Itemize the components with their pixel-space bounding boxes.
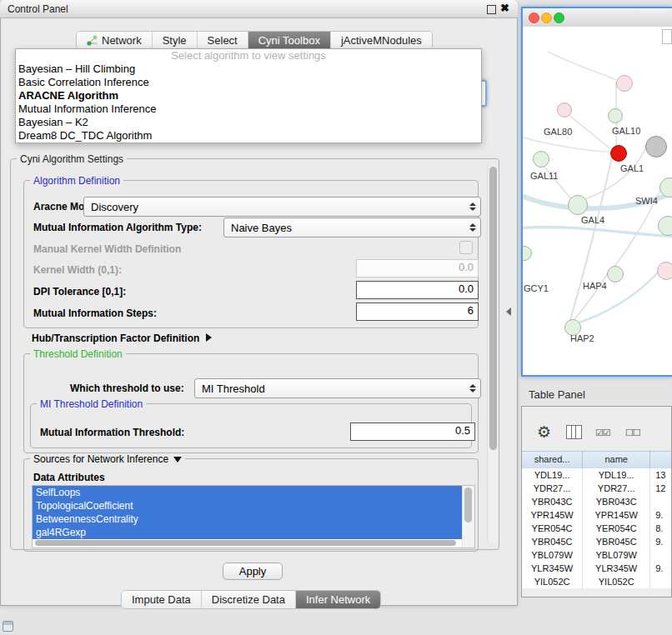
table-row[interactable]: YIL052CYIL052C: [522, 575, 671, 588]
tab-style[interactable]: Style: [153, 32, 198, 49]
network-node[interactable]: [607, 266, 624, 282]
cell: YIL052C: [522, 575, 583, 588]
sources-toggle[interactable]: Sources for Network Inference: [30, 453, 185, 465]
network-titlebar[interactable]: [523, 8, 672, 28]
table-row[interactable]: YDR27...YDR27...12: [522, 482, 671, 495]
minimize-traffic-icon[interactable]: [541, 12, 552, 23]
table-body: YDL19...YDL19...13 YDR27...YDR27...12 YB…: [522, 468, 671, 588]
tab-jactivemnodules[interactable]: jActiveMNodules: [331, 32, 432, 49]
network-node[interactable]: [657, 262, 672, 280]
hub-section-toggle[interactable]: Hub/Transcription Factor Definition: [32, 332, 212, 344]
cell: YBR043C: [583, 495, 650, 508]
kernel-width-field[interactable]: 0.0: [356, 259, 479, 278]
dropdown-placeholder: Select algorithm to view settings: [16, 49, 481, 62]
control-panel-titlebar[interactable]: Control Panel ✖: [0, 0, 518, 18]
tab-network[interactable]: Network: [77, 32, 153, 49]
clear-all-checks-icon[interactable]: ☐☐: [625, 428, 640, 438]
network-canvas[interactable]: GAL80 GAL10 GAL11 GAL1 SWI4 GAL4 GCY1 HA…: [523, 27, 672, 375]
cell: YLR345W: [522, 562, 583, 575]
cell: YDR27...: [522, 482, 583, 495]
close-traffic-icon[interactable]: [529, 12, 539, 23]
network-node[interactable]: [608, 108, 623, 123]
network-node[interactable]: [533, 151, 549, 168]
list-item[interactable]: BetweennessCentrality: [33, 512, 463, 526]
settings-scrollbar[interactable]: [487, 164, 498, 544]
network-node-selected[interactable]: [610, 145, 627, 162]
dropdown-item[interactable]: Bayesian – K2: [16, 116, 481, 129]
network-node[interactable]: [658, 216, 672, 236]
hub-section-label: Hub/Transcription Factor Definition: [32, 332, 199, 344]
dropdown-item[interactable]: Mutual Information Inference: [16, 102, 481, 116]
which-threshold-combobox[interactable]: MI Threshold: [194, 378, 481, 398]
column-header[interactable]: shared...: [522, 452, 583, 469]
kernel-width-label: Kernel Width (0,1):: [33, 264, 122, 276]
tab-label: Network: [102, 34, 142, 47]
tab-cyni-toolbox[interactable]: Cyni Toolbox: [248, 32, 331, 49]
mi-threshold-title: MI Threshold Definition: [37, 398, 146, 410]
network-node[interactable]: [568, 195, 588, 215]
close-icon[interactable]: ✖: [500, 2, 509, 14]
list-vertical-thumb[interactable]: [464, 488, 472, 522]
tab-discretize-data[interactable]: Discretize Data: [202, 591, 296, 608]
minimize-icon[interactable]: [487, 5, 496, 14]
dpi-tolerance-field[interactable]: 0.0: [356, 281, 479, 299]
dpi-tolerance-label: DPI Tolerance [0,1]:: [33, 286, 126, 298]
attribute-list[interactable]: SelfLoops TopologicalCoefficient Between…: [32, 485, 475, 548]
tab-select[interactable]: Select: [198, 32, 248, 49]
node-label: GAL1: [620, 163, 644, 173]
list-item[interactable]: gal4RGexp: [33, 526, 463, 539]
top-tabbar: Network Style Select Cyni Toolbox jActiv…: [76, 31, 433, 50]
splitter-collapse-handle[interactable]: [506, 308, 511, 316]
dropdown-item[interactable]: Basic Correlation Inference: [16, 76, 481, 89]
algorithm-definition-title: Algorithm Definition: [30, 175, 123, 187]
threshold-definition-title: Threshold Definition: [30, 348, 126, 360]
table-row[interactable]: YBL079WYBL079W: [522, 548, 671, 562]
tab-infer-network[interactable]: Infer Network: [296, 591, 380, 608]
column-header[interactable]: [650, 452, 671, 469]
dropdown-item[interactable]: Dream8 DC_TDC Algorithm: [16, 129, 481, 142]
zoom-traffic-icon[interactable]: [554, 12, 564, 23]
columns-icon[interactable]: [566, 425, 582, 439]
algorithm-dropdown-popup: Select algorithm to view settings Bayesi…: [15, 48, 482, 143]
table-row[interactable]: YLR345WYLR345W9.: [522, 562, 671, 575]
list-vertical-scrollbar[interactable]: [462, 486, 474, 548]
list-horizontal-thumb[interactable]: [35, 540, 456, 546]
table-row[interactable]: YBR045CYBR045C9.: [522, 535, 671, 548]
table-row[interactable]: YBR043CYBR043C: [522, 495, 671, 508]
network-node[interactable]: [645, 136, 667, 158]
node-label: HAP2: [570, 333, 594, 343]
network-view-window[interactable]: GAL80 GAL10 GAL11 GAL1 SWI4 GAL4 GCY1 HA…: [521, 7, 672, 377]
network-scrollbar-corner[interactable]: [662, 29, 672, 44]
restore-panel-icon[interactable]: [3, 621, 13, 632]
manual-kernel-checkbox[interactable]: [459, 241, 473, 254]
combo-arrows-icon: [469, 202, 476, 211]
bottom-tabbar: Impute Data Discretize Data Infer Networ…: [121, 590, 381, 609]
mi-threshold-field[interactable]: 0.5: [350, 422, 475, 441]
network-node[interactable]: [616, 75, 633, 92]
gear-icon[interactable]: ⚙: [537, 422, 551, 442]
mi-steps-field[interactable]: 6: [356, 302, 479, 321]
table-row[interactable]: YER054CYER054C8.: [522, 522, 671, 535]
list-item[interactable]: TopologicalCoefficient: [33, 499, 463, 512]
network-node[interactable]: [557, 102, 572, 118]
cell: 13: [650, 468, 671, 482]
tab-impute-data[interactable]: Impute Data: [122, 591, 202, 608]
dropdown-item-selected[interactable]: ARACNE Algorithm: [16, 89, 481, 102]
settings-scrollbar-thumb[interactable]: [489, 167, 497, 450]
node-label: GAL80: [544, 127, 572, 137]
column-header[interactable]: name: [583, 452, 650, 469]
table-row[interactable]: YPR145WYPR145W9.: [522, 508, 671, 522]
combo-arrows-icon: [469, 384, 476, 392]
apply-button[interactable]: Apply: [223, 562, 283, 580]
cell: YBR043C: [522, 495, 583, 508]
dropdown-item[interactable]: Bayesian – Hill Climbing: [16, 62, 481, 76]
sources-title: Sources for Network Inference: [33, 453, 168, 465]
table-row[interactable]: YDL19...YDL19...13: [522, 468, 671, 482]
select-all-checks-icon[interactable]: ☑☑: [595, 428, 610, 438]
tab-label: Style: [163, 34, 187, 47]
aracne-mode-combobox[interactable]: Discovery: [83, 197, 481, 217]
combo-arrows-icon: [469, 223, 476, 232]
list-item[interactable]: SelfLoops: [33, 486, 463, 499]
mi-type-combobox[interactable]: Naive Bayes: [223, 218, 481, 238]
table-header-row: shared... name: [522, 451, 671, 470]
